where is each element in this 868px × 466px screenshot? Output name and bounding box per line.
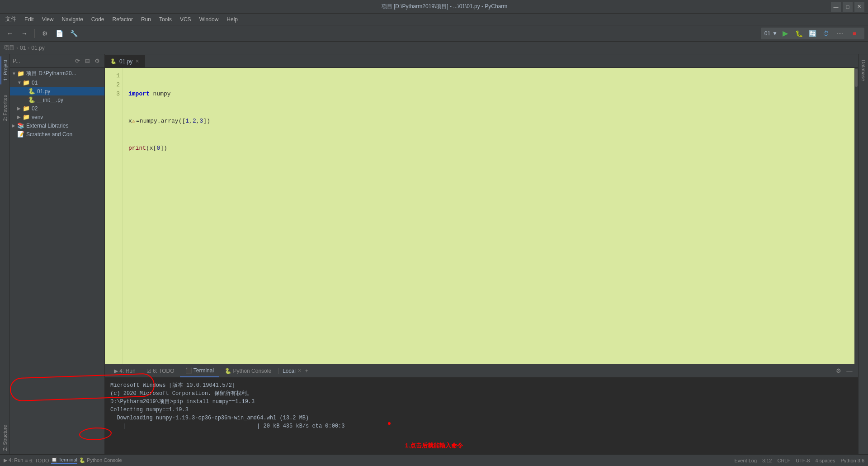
breadcrumb-part-1[interactable]: 01	[20, 45, 26, 51]
close-button[interactable]: ✕	[854, 2, 864, 12]
profile-button[interactable]: ⏱	[820, 28, 832, 39]
bottom-panel: ▶ 4: Run ☑ 6: TODO ⬛ Terminal 🐍 Python C…	[105, 364, 858, 454]
terminal-content[interactable]: Microsoft Windows [版本 10.0.19041.572] (c…	[105, 378, 858, 454]
breadcrumb-part-0[interactable]: 项目	[4, 44, 14, 52]
run-button[interactable]: ▶	[779, 28, 791, 39]
tree-arrow-scratches: ▶	[12, 132, 17, 137]
back-button[interactable]: ←	[4, 27, 16, 40]
pip-cmd: pip install numpy==1.19.3	[173, 399, 255, 405]
terminal-status-item[interactable]: 🔲 Terminal	[51, 457, 77, 464]
left-tab-strip: 1: Project 2: Favorites Z: Structure	[0, 54, 10, 454]
tree-item-root[interactable]: ▼ 📁 项目 D:\Pytharm20...	[10, 69, 104, 78]
todo-tab[interactable]: ☑ 6: TODO	[141, 365, 180, 377]
project-collapse-button[interactable]: ⊟	[83, 57, 92, 66]
run-with-coverage-button[interactable]: 🔄	[807, 28, 818, 39]
menu-help[interactable]: Help	[223, 15, 241, 24]
indent-item[interactable]: 4 spaces	[815, 458, 835, 463]
fn-print: print	[128, 144, 146, 153]
tree-item-01py[interactable]: ▶ 🐍 01.py	[10, 87, 104, 95]
status-right: Event Log 3:12 CRLF UTF-8 4 spaces Pytho…	[735, 458, 865, 463]
project-tree: ▼ 📁 项目 D:\Pytharm20... ▼ 📁 01 ▶ 🐍 01.py	[10, 68, 104, 454]
menu-tools[interactable]: Tools	[156, 15, 175, 24]
minimize-button[interactable]: —	[831, 2, 841, 12]
position-item[interactable]: 3:12	[762, 458, 772, 463]
console-status-text: Python Console	[87, 457, 122, 463]
local-tab-close[interactable]: ✕	[297, 368, 302, 374]
tree-item-init[interactable]: ▶ 🐍 __init__.py	[10, 95, 104, 104]
menu-run[interactable]: Run	[137, 15, 155, 24]
database-tab[interactable]: Database	[859, 56, 868, 85]
run-tab[interactable]: ▶ 4: Run	[108, 365, 141, 377]
statusbar: ▶ 4: Run ≡ 6: TODO 🔲 Terminal 🐍 Python C…	[0, 454, 868, 466]
terminal-minimize-button[interactable]: —	[844, 366, 854, 376]
python-version-item[interactable]: Python 3.6	[840, 458, 864, 463]
debug-button[interactable]: 🐛	[793, 28, 805, 39]
tree-label-scratches: Scratches and Con	[26, 131, 72, 138]
tools-button[interactable]: 🔧	[67, 27, 80, 40]
tree-item-venv[interactable]: ▶ 📁 venv	[10, 113, 104, 121]
editor-tab-01py[interactable]: 🐍 01.py ✕	[105, 55, 145, 67]
structure-tab[interactable]: Z: Structure	[1, 421, 9, 454]
ext-libs-icon: 📚	[17, 122, 24, 129]
console-status-label: 🐍	[79, 457, 87, 463]
titlebar-controls: — □ ✕	[831, 2, 864, 12]
breadcrumb-part-2[interactable]: 01.py	[31, 45, 44, 51]
tree-item-scratches[interactable]: ▶ 📝 Scratches and Con	[10, 130, 104, 138]
event-log-item[interactable]: Event Log	[735, 458, 757, 463]
tree-label-01: 01	[32, 80, 38, 86]
local-tab-label[interactable]: Local	[283, 368, 296, 374]
tree-item-02[interactable]: ▶ 📁 02	[10, 104, 104, 113]
project-settings-button[interactable]: ⚙	[93, 57, 102, 66]
todo-status-item[interactable]: ≡ 6: TODO	[25, 458, 49, 463]
tree-item-ext-libs[interactable]: ▶ 📚 External Libraries	[10, 121, 104, 130]
project-sync-button[interactable]: ⟳	[73, 57, 82, 66]
menu-window[interactable]: Window	[196, 15, 222, 24]
tree-arrow-root: ▼	[12, 71, 17, 76]
folder-02-icon: 📁	[23, 105, 30, 112]
line-numbers: 1 2 3	[105, 68, 123, 364]
run-status-item[interactable]: ▶ 4: Run	[4, 457, 23, 463]
settings-button[interactable]: ⚙	[38, 27, 51, 40]
menu-navigate[interactable]: Navigate	[58, 15, 86, 24]
console-tab-label: 🐍 Python Console	[225, 368, 271, 374]
tree-item-01-folder[interactable]: ▼ 📁 01	[10, 78, 104, 87]
run-config-arrow[interactable]: ▼	[772, 30, 778, 37]
menu-view[interactable]: View	[38, 15, 57, 24]
forward-button[interactable]: →	[18, 27, 31, 40]
console-status-item[interactable]: 🐍 Python Console	[79, 457, 122, 463]
titlebar: 项目 [D:\Pytharm2019\项目] - ...\01\01.py - …	[0, 0, 868, 14]
tab-close-button[interactable]: ✕	[135, 58, 139, 64]
editor-scrollbar[interactable]	[854, 68, 858, 364]
terminal-inner-tabs: Local ✕ +	[278, 368, 310, 374]
menu-vcs[interactable]: VCS	[176, 15, 195, 24]
stop-button[interactable]: ■	[848, 27, 861, 40]
code-content[interactable]: import numpy x⚠=numpy.array([1,2,3]) pri…	[123, 68, 854, 364]
console-tab[interactable]: 🐍 Python Console	[219, 365, 277, 377]
terminal-settings-button[interactable]: ⚙	[834, 366, 844, 376]
scroll-thumb	[855, 69, 858, 87]
tree-label-root: 项目 D:\Pytharm20...	[26, 70, 76, 77]
more-run-button[interactable]: ⋯	[834, 27, 846, 40]
maximize-button[interactable]: □	[843, 2, 853, 12]
menubar: 文件 Edit View Navigate Code Refactor Run …	[0, 14, 868, 25]
encoding-item[interactable]: UTF-8	[796, 458, 810, 463]
add-terminal-button[interactable]: +	[303, 368, 310, 374]
favorites-tab[interactable]: 2: Favorites	[1, 91, 9, 124]
term-line-3: Collecting numpy==1.19.3	[110, 406, 853, 414]
bookmark-button[interactable]: 📄	[53, 27, 66, 40]
menu-edit[interactable]: Edit	[21, 15, 38, 24]
terminal-tab[interactable]: ⬛ Terminal	[180, 365, 219, 377]
code-line-3: print(x[0])	[128, 144, 854, 153]
menu-file[interactable]: 文件	[2, 14, 20, 24]
menu-refactor[interactable]: Refactor	[109, 15, 137, 24]
project-tab[interactable]: 1: Project	[0, 56, 9, 84]
kw-import: import	[128, 90, 150, 99]
tree-label-init: __init__.py	[37, 97, 63, 103]
code-editor[interactable]: 1 2 3 import numpy x⚠=numpy.array([1,2,3…	[105, 68, 858, 364]
run-config: 01 ▼ ▶ 🐛 🔄 ⏱ ⋯ ■	[761, 28, 864, 39]
menu-code[interactable]: Code	[88, 15, 108, 24]
crlf-item[interactable]: CRLF	[777, 458, 790, 463]
code-line-2: x⚠=numpy.array([1,2,3])	[128, 117, 854, 126]
breadcrumb-sep-0: ›	[16, 45, 18, 51]
run-config-name: 01	[764, 30, 770, 37]
